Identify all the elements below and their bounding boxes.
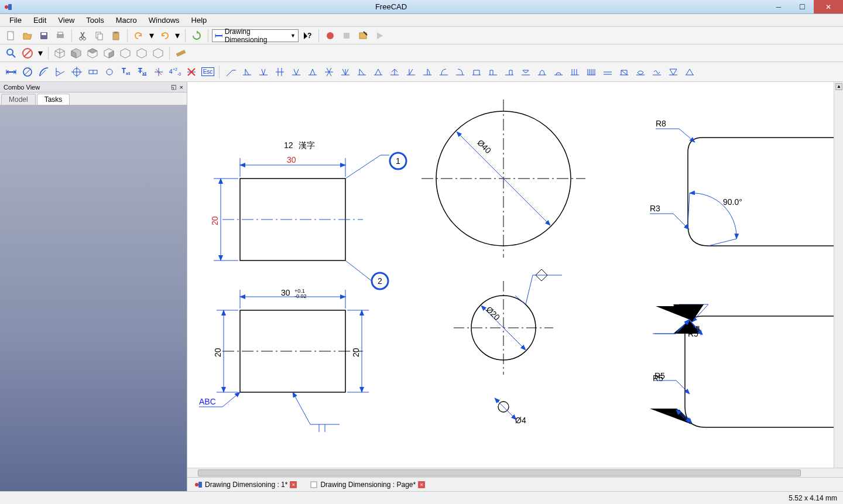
redo-icon[interactable] (157, 28, 172, 43)
window-maximize-button[interactable]: ☐ (790, 0, 814, 13)
window-minimize-button[interactable]: ─ (767, 0, 790, 13)
bottom-view-icon[interactable] (134, 46, 149, 61)
weld-sym-4-icon[interactable] (272, 64, 287, 80)
drawing-canvas[interactable]: 30 20 12 漢字 1 2 (187, 82, 843, 468)
tolerance-add-icon[interactable]: 4+2-0 (167, 64, 183, 80)
menu-edit[interactable]: Edit (28, 15, 52, 26)
delete-dim-icon[interactable] (184, 64, 199, 80)
doc-tab-1[interactable]: Drawing Dimensioning : 1* × (192, 479, 299, 490)
svg-point-32 (107, 69, 112, 75)
weld-sym-14-icon[interactable] (436, 64, 451, 80)
linear-dim-icon[interactable] (4, 64, 19, 80)
radius-dim-icon[interactable] (36, 64, 52, 80)
weld-sym-3-icon[interactable] (256, 64, 271, 80)
half-dim-icon[interactable] (85, 64, 101, 80)
vertical-scrollbar[interactable]: ▲ (834, 82, 843, 468)
weld-sym-6-icon[interactable] (305, 64, 320, 80)
measure-icon[interactable] (173, 46, 189, 61)
copy-icon[interactable] (92, 28, 107, 43)
escape-icon[interactable]: Esc (200, 64, 215, 80)
svg-rect-4 (42, 33, 46, 35)
open-icon[interactable] (20, 28, 35, 43)
weld-sym-19-icon[interactable] (518, 64, 533, 80)
print-icon[interactable] (53, 28, 68, 43)
svg-line-21 (24, 50, 31, 57)
tolerance-icon[interactable] (151, 64, 166, 80)
horizontal-scrollbar[interactable] (187, 468, 843, 477)
doc-tab-1-label: Drawing Dimensioning : 1* (205, 481, 287, 489)
macro-record-icon[interactable] (323, 28, 338, 43)
weld-sym-15-icon[interactable] (453, 64, 468, 80)
toolbar-view: ▾ (0, 44, 843, 62)
menu-windows[interactable]: Windows (143, 15, 186, 26)
text-edit-icon[interactable]: Txt (135, 64, 150, 80)
undo-dropdown-icon[interactable]: ▾ (148, 28, 156, 43)
weld-sym-24-icon[interactable] (600, 64, 615, 80)
weld-fillet-icon[interactable] (239, 64, 255, 80)
draw-style-icon[interactable] (20, 46, 35, 61)
window-close-button[interactable]: ✕ (814, 0, 843, 13)
iso-view-icon[interactable] (52, 46, 67, 61)
combo-close-icon[interactable]: × (180, 84, 183, 91)
weld-sym-25-icon[interactable] (616, 64, 632, 80)
front-view-icon[interactable] (68, 46, 84, 61)
weld-sym-10-icon[interactable] (371, 64, 386, 80)
weld-sym-8-icon[interactable] (338, 64, 353, 80)
weld-sym-16-icon[interactable] (469, 64, 484, 80)
refresh-icon[interactable] (189, 28, 204, 43)
weld-sym-13-icon[interactable] (420, 64, 435, 80)
weld-sym-5-icon[interactable] (289, 64, 304, 80)
weld-sym-9-icon[interactable] (354, 64, 369, 80)
rear-view-icon[interactable] (118, 46, 133, 61)
combo-view-title: Combo View (4, 84, 40, 91)
top-view-icon[interactable] (85, 46, 100, 61)
circular-dim-icon[interactable] (20, 64, 35, 80)
weld-sym-18-icon[interactable] (502, 64, 517, 80)
center-lines-icon[interactable] (102, 64, 117, 80)
weld-sym-11-icon[interactable] (387, 64, 402, 80)
angle-dim-icon[interactable] (53, 64, 68, 80)
weld-sym-20-icon[interactable] (534, 64, 550, 80)
new-icon[interactable] (4, 28, 19, 43)
tab-model[interactable]: Model (1, 94, 36, 105)
weld-sym-7-icon[interactable] (321, 64, 337, 80)
text-icon[interactable]: Txt (118, 64, 133, 80)
macro-stop-icon[interactable] (339, 28, 354, 43)
doc-tab-1-close-icon[interactable]: × (290, 481, 297, 488)
weld-sym-27-icon[interactable] (649, 64, 664, 80)
undo-icon[interactable] (131, 28, 146, 43)
whatsthis-icon[interactable]: ? (300, 28, 315, 43)
tab-tasks[interactable]: Tasks (37, 94, 70, 105)
weld-sym-28-icon[interactable] (666, 64, 681, 80)
weld-sym-12-icon[interactable] (403, 64, 419, 80)
weld-sym-21-icon[interactable] (551, 64, 566, 80)
weld-sym-22-icon[interactable] (567, 64, 582, 80)
left-view-icon[interactable] (150, 46, 166, 61)
menu-help[interactable]: Help (186, 15, 213, 26)
doc-tab-2[interactable]: Drawing Dimensioning : Page* × (307, 479, 427, 490)
center-mark-icon[interactable] (69, 64, 84, 80)
paste-icon[interactable] (108, 28, 124, 43)
weld-sym-26-icon[interactable] (633, 64, 648, 80)
menu-file[interactable]: File (4, 15, 28, 26)
cut-icon[interactable] (76, 28, 91, 43)
doc-tab-2-close-icon[interactable]: × (418, 481, 425, 488)
macro-edit-icon[interactable] (355, 28, 371, 43)
combo-undock-icon[interactable]: ◱ (171, 84, 176, 90)
redo-dropdown-icon[interactable]: ▾ (173, 28, 181, 43)
menu-tools[interactable]: Tools (80, 15, 109, 26)
app-icon (4, 2, 13, 12)
weld-sym-23-icon[interactable] (584, 64, 599, 80)
weld-arrow-icon[interactable] (223, 64, 238, 80)
save-icon[interactable] (36, 28, 52, 43)
weld-sym-29-icon[interactable] (682, 64, 697, 80)
draw-style-dropdown-icon[interactable]: ▾ (36, 46, 44, 61)
macro-play-icon[interactable] (372, 28, 387, 43)
menu-view[interactable]: View (52, 15, 80, 26)
weld-sym-17-icon[interactable] (485, 64, 501, 80)
menu-macro[interactable]: Macro (110, 15, 143, 26)
svg-rect-1 (8, 4, 12, 10)
workbench-selector[interactable]: Drawing Dimensioning ▼ (212, 29, 299, 42)
right-view-icon[interactable] (101, 46, 116, 61)
zoom-fit-icon[interactable] (4, 46, 19, 61)
